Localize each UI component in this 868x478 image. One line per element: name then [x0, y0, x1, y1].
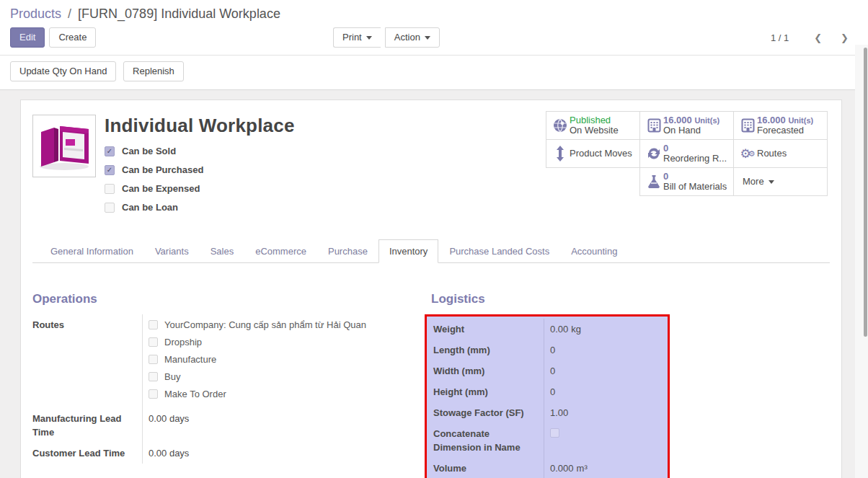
pager-prev-icon[interactable]: ❮: [805, 32, 831, 43]
width-field: Width (mm) 0: [427, 360, 668, 381]
chevron-down-icon: [425, 36, 430, 40]
route-checkbox[interactable]: [149, 320, 158, 329]
route-checkbox[interactable]: [149, 337, 158, 347]
breadcrumb-current: [FURN_0789] Individual Workplace: [78, 6, 280, 21]
flag-label: Can be Expensed: [122, 183, 200, 194]
flag-label: Can be Loan: [122, 202, 178, 213]
pager-value: 1 / 1: [771, 32, 789, 43]
can-be-loan-checkbox[interactable]: [105, 203, 115, 213]
length-field: Length (mm) 0: [427, 340, 668, 360]
stat-routes[interactable]: ⚙⚙ Routes: [733, 139, 828, 168]
customer-lead-time-field: Customer Lead Time 0.00 days: [32, 443, 431, 464]
concatenate-dimension-checkbox[interactable]: [550, 428, 559, 438]
stat-more-dropdown[interactable]: More: [733, 167, 828, 196]
print-dropdown[interactable]: Print: [333, 27, 381, 48]
tab-general-information[interactable]: General Information: [40, 239, 144, 263]
routes-field: Routes YourCompany: Cung cấp sản phẩm từ…: [32, 314, 431, 408]
route-checkbox[interactable]: [149, 372, 158, 381]
building-icon: [738, 118, 757, 133]
tab-inventory[interactable]: Inventory: [378, 239, 438, 263]
route-option-dropship: Dropship: [149, 335, 431, 349]
create-button[interactable]: Create: [49, 27, 96, 48]
manufacturing-lead-time-field: Manufacturing Lead Time 0.00 days: [32, 408, 431, 443]
concatenate-dimension-value: [544, 423, 668, 458]
volume-field: Volume 0.000m³: [427, 458, 668, 478]
tab-variants[interactable]: Variants: [144, 239, 200, 263]
route-checkbox[interactable]: [149, 355, 158, 364]
replenish-button[interactable]: Replenish: [123, 61, 184, 81]
scrollbar-thumb[interactable]: [864, 48, 867, 337]
height-value: 0: [544, 381, 668, 402]
stat-product-moves[interactable]: Product Moves: [546, 139, 640, 168]
tab-ecommerce[interactable]: eCommerce: [244, 239, 317, 263]
concatenate-dimension-field: Concatenate Dimension in Name: [427, 423, 668, 458]
can-be-purchased-checkbox[interactable]: ✓: [105, 165, 115, 175]
stat-on-website[interactable]: Published On Website: [546, 111, 640, 140]
route-option-manufacture: Manufacture: [149, 353, 431, 366]
logistics-highlight-box: Weight 0.00kg Length (mm) 0 Width (mm) 0…: [425, 314, 670, 478]
can-be-sold-row: ✓ Can be Sold: [105, 146, 546, 156]
breadcrumb: Products / [FURN_0789] Individual Workpl…: [10, 6, 856, 22]
stowage-factor-field: Stowage Factor (SF) 1.00: [427, 402, 668, 423]
building-icon: [645, 118, 663, 133]
volume-value: 0.000m³: [544, 458, 668, 478]
gears-icon: ⚙⚙: [738, 148, 757, 160]
breadcrumb-separator: /: [65, 6, 74, 21]
edit-button[interactable]: Edit: [10, 27, 45, 48]
pager: 1 / 1 ❮ ❯: [771, 32, 858, 43]
stat-forecasted[interactable]: 16.000 Unit(s) Forecasted: [733, 111, 828, 140]
stat-reordering-rules[interactable]: 0 Reordering R...: [639, 139, 734, 168]
stat-buttons: Published On Website 16.000 Unit(s) On H…: [546, 112, 830, 221]
weight-field: Weight 0.00kg: [427, 319, 668, 340]
manufacturing-lead-time-value: 0.00 days: [142, 408, 431, 443]
published-status: Published: [570, 115, 611, 125]
route-option-make-to-order: Make To Order: [149, 387, 431, 401]
stat-bill-of-materials[interactable]: 0 Bill of Materials: [639, 167, 734, 196]
flag-label: Can be Purchased: [122, 164, 203, 175]
logistics-heading: Logistics: [431, 292, 830, 306]
globe-icon: [551, 118, 570, 133]
flag-label: Can be Sold: [122, 146, 176, 156]
route-option-buy: Buy: [149, 370, 431, 384]
can-be-expensed-checkbox[interactable]: [105, 184, 115, 194]
form-view-background: Individual Workplace ✓ Can be Sold ✓ Can…: [0, 90, 855, 478]
tab-sales[interactable]: Sales: [200, 239, 245, 263]
refresh-icon: [645, 146, 663, 161]
flask-icon: [645, 174, 663, 189]
width-value: 0: [544, 360, 668, 381]
weight-value: 0.00kg: [544, 319, 668, 340]
update-qty-on-hand-button[interactable]: Update Qty On Hand: [10, 61, 116, 81]
can-be-loan-row: Can be Loan: [105, 202, 546, 213]
vertical-scrollbar[interactable]: [855, 45, 868, 478]
stowage-factor-value: 1.00: [544, 402, 668, 423]
workplace-booth-illustration: [35, 118, 93, 174]
arrows-vertical-icon: [551, 146, 570, 161]
stat-empty-cell: [546, 167, 640, 196]
length-value: 0: [544, 340, 668, 360]
pager-next-icon[interactable]: ❯: [831, 32, 858, 43]
tab-accounting[interactable]: Accounting: [560, 239, 628, 263]
notebook-tabs: General Information Variants Sales eComm…: [32, 239, 830, 263]
can-be-expensed-row: Can be Expensed: [105, 183, 546, 194]
breadcrumb-products-link[interactable]: Products: [10, 6, 61, 21]
operations-heading: Operations: [32, 292, 431, 306]
height-field: Height (mm) 0: [427, 381, 668, 402]
print-action-group: Print Action: [333, 27, 440, 48]
control-panel: Products / [FURN_0789] Individual Workpl…: [0, 0, 868, 90]
customer-lead-time-value: 0.00 days: [142, 443, 431, 464]
stat-on-hand[interactable]: 16.000 Unit(s) On Hand: [639, 111, 734, 140]
chevron-down-icon: [366, 36, 372, 40]
page-title: Individual Workplace: [105, 115, 546, 137]
route-option-yourcompany: YourCompany: Cung cấp sản phẩm từ Hải Qu…: [149, 318, 431, 332]
routes-label: Routes: [32, 314, 142, 408]
action-dropdown[interactable]: Action: [385, 27, 440, 48]
chevron-down-icon: [769, 180, 774, 184]
product-image[interactable]: [32, 115, 96, 177]
tab-purchase[interactable]: Purchase: [317, 239, 378, 263]
can-be-purchased-row: ✓ Can be Purchased: [105, 164, 546, 175]
product-form-sheet: Individual Workplace ✓ Can be Sold ✓ Can…: [20, 99, 842, 478]
can-be-sold-checkbox[interactable]: ✓: [105, 146, 115, 156]
route-checkbox[interactable]: [149, 389, 158, 399]
tab-purchase-landed-costs[interactable]: Purchase Landed Costs: [438, 239, 560, 263]
